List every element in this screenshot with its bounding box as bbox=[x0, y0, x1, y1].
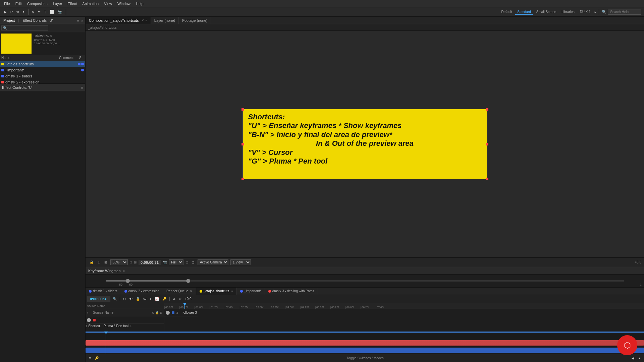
layer-vis-2[interactable] bbox=[166, 311, 170, 315]
handle-bl[interactable] bbox=[241, 178, 244, 180]
file-row-4[interactable]: dmstk 2 - expression bbox=[0, 79, 85, 83]
panel-expand-icon[interactable]: » bbox=[81, 18, 83, 22]
tab-footage[interactable]: Footage (none) bbox=[179, 17, 211, 24]
handle-ml[interactable] bbox=[241, 143, 244, 145]
preset-standard[interactable]: Standard bbox=[515, 9, 533, 15]
layer-row-1[interactable] bbox=[86, 316, 164, 324]
viewer-btn-info[interactable]: ℹ bbox=[97, 260, 101, 265]
tl-btn-lock[interactable]: 🔒 bbox=[135, 297, 141, 301]
menu-animation[interactable]: Animation bbox=[79, 1, 101, 6]
bottom-badge[interactable]: ⬡ bbox=[617, 335, 637, 355]
menu-view[interactable]: View bbox=[101, 1, 115, 6]
tl-btn-keys[interactable]: 🔑 bbox=[161, 297, 167, 301]
view-select[interactable]: 1 View 2 Views bbox=[230, 259, 251, 265]
kf-label-2: 60 bbox=[129, 283, 132, 286]
tab-effect-controls[interactable]: Effect Controls: 'U' bbox=[21, 18, 54, 22]
tl-tab-name-rq: Render Queue bbox=[166, 289, 189, 293]
handle-mr[interactable] bbox=[486, 143, 488, 145]
tl-close-rq[interactable]: ✕ bbox=[190, 290, 193, 293]
tl-bottom-btn-2[interactable]: 🔑 bbox=[94, 356, 100, 360]
tl-mark-3: 01:25f bbox=[210, 306, 225, 309]
keyframe-menu[interactable]: ≡ bbox=[123, 269, 125, 273]
preset-bar: ▶ ↩ ⟲ ✦ V ✒ T ⬜ 📷 Default Standard Small… bbox=[0, 7, 644, 17]
tl-btn-solo[interactable]: ⊙ bbox=[122, 297, 127, 301]
more-icon[interactable]: » bbox=[594, 10, 596, 14]
menu-composition[interactable]: Composition bbox=[24, 1, 50, 6]
controls-title: Effect Controls: 'U' bbox=[2, 85, 32, 89]
preset-small-screen[interactable]: Small Screen bbox=[534, 9, 558, 14]
tool-btn-2[interactable]: ↩ bbox=[9, 9, 14, 14]
tl-tab-renderqueue[interactable]: Render Queue ✕ bbox=[163, 288, 196, 295]
viewer-btn-snap[interactable]: ⊞ bbox=[103, 260, 108, 265]
menu-effect[interactable]: Effect bbox=[65, 1, 79, 6]
tab-close-comp[interactable]: ✕ bbox=[142, 19, 144, 22]
tl-tab-paths[interactable]: dmstk 3 - dealing with Paths bbox=[265, 288, 318, 295]
breadcrumb: _atajos*shortcuts bbox=[86, 24, 644, 31]
tl-menu-3[interactable]: ≡ bbox=[231, 290, 233, 293]
tool-btn-3[interactable]: ⟲ bbox=[15, 9, 20, 14]
search-input[interactable] bbox=[608, 9, 641, 15]
tl-btn-graph[interactable]: 📈 bbox=[154, 297, 160, 301]
quality-select[interactable]: Full Half bbox=[169, 259, 183, 265]
viewer-btn-lock[interactable]: 🔒 bbox=[88, 260, 95, 265]
menu-help[interactable]: Help bbox=[133, 1, 146, 6]
menu-file[interactable]: File bbox=[1, 1, 13, 6]
breadcrumb-text: _atajos*shortcuts bbox=[88, 25, 116, 29]
handle-br[interactable] bbox=[486, 178, 488, 180]
tl-bottom-btn-4[interactable]: ▲ bbox=[637, 356, 642, 360]
tl-btn-marker[interactable]: ♦ bbox=[149, 297, 153, 301]
tl-ruler[interactable]: 00:00f 00:25f 01:00f 01:25f 02:00f 02:25… bbox=[164, 303, 644, 309]
region-btn[interactable]: ⊡ bbox=[190, 260, 196, 265]
tl-btn-motion[interactable]: ≋ bbox=[172, 297, 176, 301]
project-search[interactable] bbox=[1, 25, 48, 31]
preset-libraries[interactable]: Libraries bbox=[559, 9, 576, 14]
tool-text[interactable]: T bbox=[43, 9, 48, 15]
tool-pen[interactable]: ✒ bbox=[36, 9, 42, 15]
kf-info[interactable]: ℹ bbox=[640, 283, 641, 286]
tab-layer[interactable]: Layer (none) bbox=[151, 17, 179, 24]
tl-tab-expression[interactable]: dmstk 2 - expression bbox=[121, 288, 163, 295]
handle-tl[interactable] bbox=[241, 108, 244, 111]
file-row-3[interactable]: dmstk 1 - sliders bbox=[0, 73, 85, 79]
tl-bottom-btn-1[interactable]: ⊕ bbox=[88, 356, 92, 360]
menu-window[interactable]: Window bbox=[115, 1, 133, 6]
zoom-select[interactable]: 50% 100% 25% bbox=[110, 259, 128, 265]
tl-btn-hide[interactable]: 👁 bbox=[128, 297, 133, 301]
tl-mark-14: 07:00f bbox=[376, 306, 391, 309]
preset-duik[interactable]: DUIK 1 bbox=[578, 9, 593, 14]
kf-handle-2[interactable] bbox=[186, 279, 190, 283]
controls-menu[interactable]: ≡ bbox=[81, 85, 83, 89]
tl-mark-11: 05:25f bbox=[330, 306, 345, 309]
kf-handle-1[interactable] bbox=[126, 279, 130, 283]
tool-btn-1[interactable]: ▶ bbox=[3, 9, 8, 14]
tab-composition[interactable]: Composition _atajos*shortcuts ✕ ≡ bbox=[86, 17, 151, 24]
tl-tab-shortcuts[interactable]: _atajos*shortcuts ≡ bbox=[196, 288, 237, 295]
tl-btn-search[interactable]: 🔍 bbox=[112, 297, 118, 301]
menu-layer[interactable]: Layer bbox=[50, 1, 65, 6]
tool-btn-4[interactable]: ✦ bbox=[21, 9, 26, 14]
tl-btn-parent[interactable]: ⊕ bbox=[178, 297, 182, 301]
layer-header-row: # Source Name ⊙ 🔒 ⊞ bbox=[86, 309, 164, 316]
tool-shape[interactable]: ⬜ bbox=[48, 9, 56, 15]
tl-tab-important[interactable]: _important* bbox=[237, 288, 265, 295]
file-row-1[interactable]: _atajos*shortcuts bbox=[0, 61, 85, 67]
layer-vis-1[interactable] bbox=[87, 318, 91, 322]
tl-time-display[interactable]: 0:00:00:31 bbox=[88, 296, 110, 302]
tl-btn-label[interactable]: 🏷 bbox=[142, 297, 148, 301]
layer-row-2[interactable]: 2 follower 3 bbox=[164, 309, 198, 316]
tl-btn-more[interactable]: +0.0 bbox=[184, 297, 193, 301]
file-color-4 bbox=[1, 81, 4, 83]
file-icon-2 bbox=[81, 63, 84, 65]
menu-edit[interactable]: Edit bbox=[13, 1, 24, 6]
tool-select[interactable]: V bbox=[31, 9, 36, 15]
panel-menu-icon[interactable]: ≡ bbox=[77, 18, 79, 22]
file-row-2[interactable]: _important* bbox=[0, 67, 85, 73]
tl-bottom-btn-3[interactable]: ◀ bbox=[631, 356, 635, 360]
tab-project[interactable]: Project bbox=[2, 18, 16, 22]
tool-camera[interactable]: 📷 bbox=[56, 9, 64, 15]
handle-tr[interactable] bbox=[486, 108, 488, 111]
preset-default[interactable]: Default bbox=[499, 9, 514, 14]
camera-select[interactable]: Active Camera bbox=[198, 259, 228, 265]
tab-menu-comp[interactable]: ≡ bbox=[146, 19, 147, 22]
tl-tab-sliders[interactable]: dmstk 1 - sliders bbox=[86, 288, 121, 295]
